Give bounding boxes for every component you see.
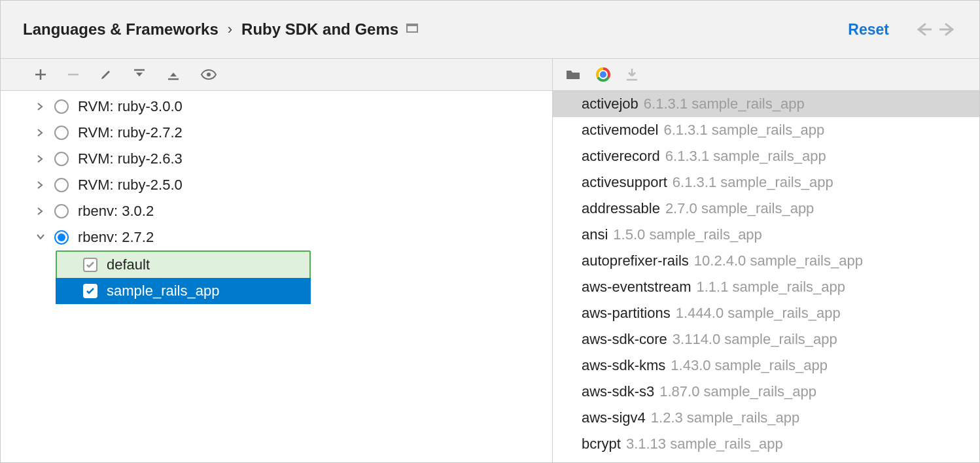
gem-row[interactable]: aws-eventstream1.1.1 sample_rails_app — [553, 274, 979, 300]
nav-forward-icon[interactable] — [939, 20, 957, 39]
gem-meta: 1.5.0 sample_rails_app — [613, 226, 761, 243]
gem-name: aws-sigv4 — [582, 409, 646, 426]
gem-row[interactable]: activejob6.1.3.1 sample_rails_app — [553, 91, 979, 117]
svg-point-2 — [207, 73, 211, 77]
gem-panel: activejob6.1.3.1 sample_rails_app active… — [553, 58, 979, 462]
gem-row[interactable]: aws-sdk-core3.114.0 sample_rails_app — [553, 326, 979, 352]
gem-name: activesupport — [582, 174, 667, 191]
sdk-row[interactable]: RVM: ruby-2.7.2 — [1, 120, 552, 146]
gem-meta: 2.7.0 sample_rails_app — [665, 200, 814, 217]
chevron-right-icon[interactable] — [36, 103, 45, 111]
chrome-browser-icon[interactable] — [596, 67, 610, 82]
gem-row[interactable]: activemodel6.1.3.1 sample_rails_app — [553, 117, 979, 143]
gem-row[interactable]: aws-sdk-kms1.43.0 sample_rails_app — [553, 352, 979, 379]
gemset-row[interactable]: sample_rails_app — [56, 278, 311, 304]
collapse-all-icon[interactable] — [167, 68, 180, 81]
gemset-highlight-box: default sample_rails_app — [56, 250, 311, 304]
gem-row[interactable]: autoprefixer-rails10.2.4.0 sample_rails_… — [553, 248, 979, 274]
sdk-radio[interactable] — [54, 126, 69, 140]
sdk-label: RVM: ruby-2.7.2 — [78, 124, 183, 141]
gem-toolbar — [553, 58, 979, 91]
gem-meta: 3.114.0 sample_rails_app — [673, 331, 837, 348]
gem-meta: 1.444.0 sample_rails_app — [676, 305, 841, 322]
breadcrumb-root[interactable]: Languages & Frameworks — [23, 20, 219, 39]
gem-row[interactable]: bcrypt3.1.13 sample_rails_app — [553, 431, 979, 457]
gem-meta: 6.1.3.1 sample_rails_app — [665, 148, 826, 165]
chevron-right-icon[interactable] — [36, 181, 45, 189]
chevron-right-icon[interactable] — [36, 207, 45, 215]
gem-row[interactable]: addressable2.7.0 sample_rails_app — [553, 196, 979, 222]
sdk-radio[interactable] — [54, 204, 69, 218]
gem-list[interactable]: activejob6.1.3.1 sample_rails_app active… — [553, 91, 979, 462]
gem-row[interactable]: aws-sigv41.2.3 sample_rails_app — [553, 405, 979, 431]
gemset-label: default — [107, 256, 150, 273]
sdk-tree[interactable]: RVM: ruby-3.0.0 RVM: ruby-2.7.2 RVM: rub… — [1, 91, 552, 462]
gemset-checkbox[interactable] — [83, 258, 97, 272]
gem-name: ansi — [582, 226, 608, 243]
sdk-row[interactable]: RVM: ruby-2.6.3 — [1, 146, 552, 172]
sdk-row[interactable]: RVM: ruby-2.5.0 — [1, 172, 552, 198]
sdk-radio[interactable] — [54, 152, 69, 166]
gem-name: addressable — [582, 200, 660, 217]
sdk-row[interactable]: RVM: ruby-3.0.0 — [1, 94, 552, 120]
gem-meta: 6.1.3.1 sample_rails_app — [663, 122, 824, 139]
sdk-toolbar — [1, 58, 552, 91]
settings-dialog: Languages & Frameworks › Ruby SDK and Ge… — [0, 0, 980, 463]
gem-row[interactable]: ansi1.5.0 sample_rails_app — [553, 222, 979, 248]
gemset-checkbox[interactable] — [83, 284, 97, 298]
remove-sdk-icon[interactable] — [67, 69, 79, 80]
gem-meta: 1.43.0 sample_rails_app — [671, 357, 828, 374]
add-sdk-icon[interactable] — [35, 69, 46, 80]
gem-row[interactable]: activesupport6.1.3.1 sample_rails_app — [553, 169, 979, 196]
breadcrumb-separator-icon: › — [228, 21, 232, 38]
nav-back-icon[interactable] — [914, 20, 932, 39]
sdk-label: RVM: ruby-3.0.0 — [78, 98, 183, 115]
gem-name: activemodel — [582, 122, 658, 139]
sdk-label: rbenv: 3.0.2 — [78, 203, 154, 220]
gem-meta: 3.1.13 sample_rails_app — [626, 436, 783, 453]
sdk-radio[interactable] — [54, 99, 69, 114]
gem-name: aws-partitions — [582, 305, 671, 322]
sdk-label: rbenv: 2.7.2 — [78, 229, 154, 246]
gem-row[interactable]: aws-partitions1.444.0 sample_rails_app — [553, 300, 979, 326]
breadcrumb-page: Ruby SDK and Gems — [241, 20, 398, 39]
header: Languages & Frameworks › Ruby SDK and Ge… — [1, 1, 979, 58]
edit-sdk-icon[interactable] — [100, 69, 112, 80]
gem-name: autoprefixer-rails — [582, 252, 689, 269]
show-hidden-icon[interactable] — [201, 69, 217, 80]
download-icon[interactable] — [626, 68, 638, 81]
svg-rect-1 — [407, 24, 417, 26]
gem-meta: 10.2.4.0 sample_rails_app — [694, 252, 863, 269]
chevron-down-icon[interactable] — [36, 234, 45, 241]
sdk-row[interactable]: rbenv: 3.0.2 — [1, 198, 552, 224]
gemset-label: sample_rails_app — [107, 283, 219, 300]
gem-meta: 1.2.3 sample_rails_app — [651, 409, 799, 426]
gem-name: aws-sdk-core — [582, 331, 667, 348]
gem-name: aws-sdk-s3 — [582, 383, 654, 400]
chevron-right-icon[interactable] — [36, 155, 45, 163]
open-in-new-window-icon[interactable] — [406, 22, 418, 37]
gem-name: aws-sdk-kms — [582, 357, 665, 374]
gem-row[interactable]: activerecord6.1.3.1 sample_rails_app — [553, 143, 979, 169]
gem-name: activejob — [582, 95, 639, 112]
expand-all-icon[interactable] — [133, 68, 146, 81]
gem-name: aws-eventstream — [582, 279, 691, 296]
sdk-label: RVM: ruby-2.5.0 — [78, 177, 183, 194]
gem-meta: 6.1.3.1 sample_rails_app — [673, 174, 833, 191]
gem-meta: 1.1.1 sample_rails_app — [697, 279, 845, 296]
gem-meta: 6.1.3.1 sample_rails_app — [644, 95, 805, 112]
sdk-label: RVM: ruby-2.6.3 — [78, 150, 183, 167]
sdk-radio[interactable] — [54, 178, 69, 192]
reset-button[interactable]: Reset — [848, 21, 889, 39]
gem-name: bcrypt — [582, 436, 621, 453]
gem-meta: 1.87.0 sample_rails_app — [659, 383, 816, 400]
sdk-row[interactable]: rbenv: 2.7.2 — [1, 224, 552, 250]
gemset-row[interactable]: default — [57, 252, 309, 278]
gem-row[interactable]: aws-sdk-s31.87.0 sample_rails_app — [553, 379, 979, 405]
open-folder-icon[interactable] — [566, 69, 580, 80]
sdk-panel: RVM: ruby-3.0.0 RVM: ruby-2.7.2 RVM: rub… — [1, 58, 553, 462]
chevron-right-icon[interactable] — [36, 129, 45, 137]
sdk-radio[interactable] — [54, 230, 69, 245]
gem-name: activerecord — [582, 148, 660, 165]
